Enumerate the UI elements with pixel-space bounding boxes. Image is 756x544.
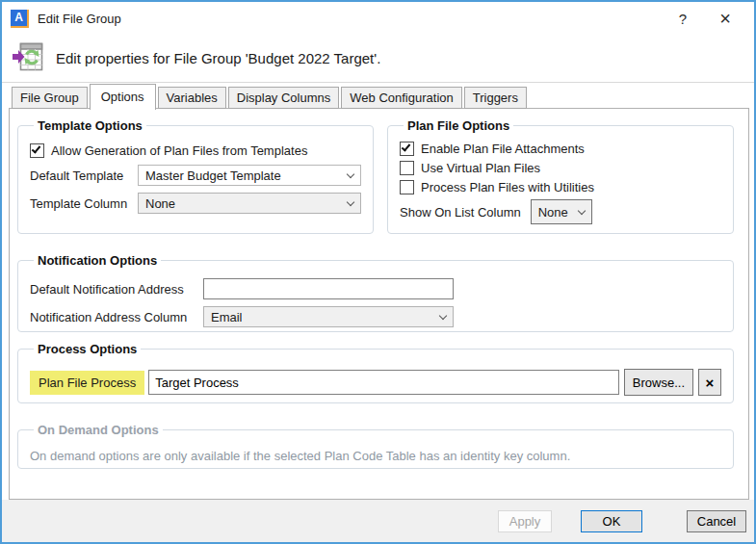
cancel-button[interactable]: Cancel (687, 510, 746, 532)
allow-generation-checkbox[interactable]: Allow Generation of Plan Files from Temp… (30, 143, 307, 158)
plan-file-options-title: Plan File Options (404, 118, 513, 133)
dialog-footer: Apply OK Cancel (2, 500, 754, 542)
clear-icon[interactable]: × (698, 369, 721, 396)
chevron-down-icon (347, 169, 354, 177)
edit-file-group-dialog: A Edit File Group ? × Edit properties (0, 0, 756, 544)
process-with-utilities-label: Process Plan Files with Utilities (421, 180, 594, 194)
on-demand-message: On demand options are only available if … (30, 449, 721, 463)
show-on-list-column-combobox[interactable]: None (531, 199, 592, 224)
checkbox-icon (400, 161, 414, 175)
dialog-header: Edit properties for File Group 'Budget 2… (2, 35, 754, 83)
help-button[interactable]: ? (662, 2, 704, 35)
tab-display-columns[interactable]: Display Columns (228, 87, 340, 109)
on-demand-options-group: On Demand Options On demand options are … (17, 423, 734, 469)
app-icon: A (11, 10, 29, 28)
tab-file-group[interactable]: File Group (12, 87, 88, 109)
template-options-title: Template Options (34, 118, 146, 133)
close-icon[interactable]: × (704, 2, 746, 35)
window-title: Edit File Group (38, 12, 121, 26)
enable-attachments-label: Enable Plan File Attachments (421, 142, 585, 156)
process-with-utilities-checkbox[interactable]: Process Plan Files with Utilities (400, 180, 594, 194)
template-options-group: Template Options Allow Generation of Pla… (17, 118, 374, 234)
process-options-title: Process Options (34, 342, 141, 356)
plan-file-options-group: Plan File Options Enable Plan File Attac… (387, 118, 734, 234)
checkbox-icon (30, 143, 44, 158)
default-template-label: Default Template (30, 168, 138, 183)
ok-button[interactable]: OK (581, 510, 642, 532)
default-template-value: Master Budget Template (145, 168, 281, 183)
dialog-description: Edit properties for File Group 'Budget 2… (56, 50, 380, 66)
chevron-down-icon (347, 197, 354, 205)
plan-file-process-input[interactable] (148, 370, 619, 395)
virtual-plan-files-checkbox[interactable]: Use Virtual Plan Files (400, 161, 540, 175)
on-demand-options-title: On Demand Options (34, 423, 163, 437)
allow-generation-label: Allow Generation of Plan Files from Temp… (51, 143, 307, 158)
notification-address-column-combobox[interactable]: Email (203, 306, 454, 327)
browse-button[interactable]: Browse... (624, 369, 693, 396)
tab-triggers[interactable]: Triggers (464, 87, 527, 109)
template-column-value: None (145, 196, 175, 211)
plan-file-process-label: Plan File Process (30, 371, 144, 395)
tab-web-configuration[interactable]: Web Configuration (341, 87, 461, 109)
tab-options[interactable]: Options (90, 84, 156, 110)
template-column-label: Template Column (30, 196, 138, 211)
file-group-sync-icon (12, 41, 44, 75)
tab-variables[interactable]: Variables (158, 87, 226, 109)
notification-address-column-label: Notification Address Column (30, 310, 203, 324)
title-bar: A Edit File Group ? × (2, 2, 754, 35)
template-column-combobox[interactable]: None (138, 193, 361, 214)
chevron-down-icon (577, 206, 585, 214)
process-options-group: Process Options Plan File Process Browse… (17, 342, 734, 403)
apply-button[interactable]: Apply (498, 510, 552, 532)
tab-strip: File Group Options Variables Display Col… (12, 84, 529, 110)
virtual-plan-files-label: Use Virtual Plan Files (421, 161, 540, 175)
notification-options-title: Notification Options (34, 253, 161, 268)
checkbox-icon (400, 180, 414, 194)
default-notification-address-input[interactable] (203, 278, 454, 299)
show-on-list-column-label: Show On List Column (400, 205, 521, 220)
notification-address-column-value: Email (211, 310, 243, 324)
notification-options-group: Notification Options Default Notificatio… (17, 253, 734, 332)
options-tab-page: Template Options Allow Generation of Pla… (9, 108, 749, 500)
show-on-list-column-value: None (538, 205, 568, 220)
enable-attachments-checkbox[interactable]: Enable Plan File Attachments (400, 142, 585, 156)
default-notification-address-label: Default Notification Address (30, 282, 203, 297)
chevron-down-icon (439, 311, 447, 319)
checkbox-icon (400, 142, 414, 156)
default-template-combobox[interactable]: Master Budget Template (138, 165, 361, 186)
